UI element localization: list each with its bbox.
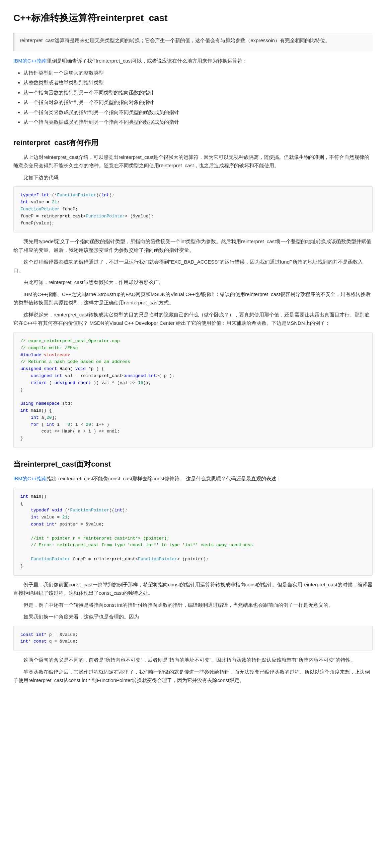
section1-para2: 比如下边的代码 [13,173,373,182]
section2-para4: 这两个语句的含义是不同的，前者是"所指内容不可变"，后者则是"指向的地址不可变"… [13,656,373,664]
code-block-2: // expre_reinterpret_cast_Operator.cpp /… [13,332,373,448]
ibm-link-2[interactable]: IBM的C++指南 [13,476,47,481]
list-item: 从一个指向类数据成员的指针到另一个指向不同类型的数据成员的指针 [24,118,373,126]
ibm-link-1[interactable]: IBM的C++指南 [13,58,47,64]
code-block-3: int main() { typedef void (*FunctionPoin… [13,488,373,576]
list-item: 从一个指向类函数成员的指针到另一个指向不同类型的函数成员的指针 [24,108,373,117]
section1-para1: 从上边对reinterpret_cast介绍，可以感觉出reinterpret_… [13,153,373,170]
section1-para6: IBM的C++指南、C++之父Bjarne Stroustrup的FAQ网页和M… [13,290,373,307]
ibm-list: 从指针类型到一个足够大的整数类型 从整数类型或者枚举类型到指针类型 从一个指向函… [24,68,373,126]
section1-heading: reinterpret_cast有何作用 [13,136,373,149]
section2-para1: 例子里，我们像前面const_cast一篇举到的例子那样，希望将指向const的… [13,580,373,597]
section1-para3: 我先用typedef定义了一个指向函数的指针类型，所指向的函数接受一个int类型… [13,237,373,254]
section1-para5: 由此可知，reinterpret_cast虽然看似强大，作用却没有那么广。 [13,278,373,287]
intro-block: reinterpret_cast运算符是用来处理无关类型之间的转换；它会产生一个… [13,33,373,52]
section2-intro-text: 指出:reinterpret_cast不能像const_cast那样去除cons… [47,476,281,481]
list-item: 从指针类型到一个足够大的整数类型 [24,68,373,77]
section2-heading: 当reinterpret_cast面对const [13,458,373,470]
section2-para5: 毕竟函数在编译之后，其操作过程就固定在那里了，我们唯一能做的就是传进一些参数给指… [13,668,373,685]
section2-intro-line: IBM的C++指南指出:reinterpret_cast不能像const_cas… [13,474,373,483]
ibm-intro-text: 里倒是明确告诉了我们reinterpret_cast可以，或者说应该在什么地方用… [47,58,247,64]
list-item: 从一个指向对象的指针到另一个不同类型的指向对象的指针 [24,98,373,107]
section1-para4: 这个过程编译器都成功的编译通过了，不过一旦运行我们就会得到"EXC_BAD_AC… [13,257,373,275]
page-title: C++标准转换运算符reinterpret_cast [13,10,373,26]
list-item: 从整数类型或者枚举类型到指针类型 [24,78,373,87]
code-block-4: const int* p = &value; int* const q = &v… [13,626,373,651]
section2-para3: 如果我们换一种角度来看，这似乎也是合理的。因为 [13,613,373,621]
ibm-intro-line: IBM的C++指南里倒是明确告诉了我们reinterpret_cast可以，或者… [13,57,373,65]
intro-text: reinterpret_cast运算符是用来处理无关类型之间的转换；它会产生一个… [20,36,367,45]
section2-para2: 但是，例子中还有一个转换是将指向const int的指针付给指向函数的指针，编译… [13,601,373,610]
list-item: 从一个指向函数的指针到另一个不同类型的指向函数的指针 [24,88,373,97]
section1-para7: 这样说起来，reinterpret_cast转换成其它类型的目的只是临时的隐藏自… [13,310,373,328]
code-block-1: typedef int (*FunctionPointer)(int); int… [13,186,373,232]
